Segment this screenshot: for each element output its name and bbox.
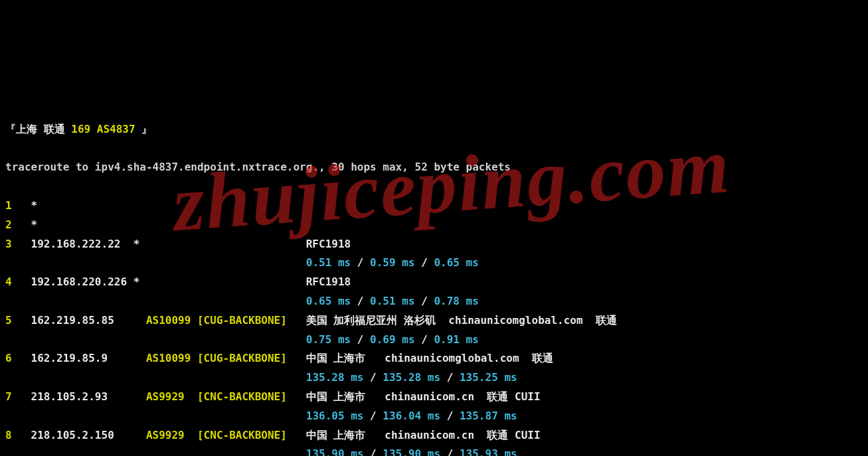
hop-latency: 0.59 ms: [370, 256, 414, 269]
hop-latency: 135.28 ms: [383, 371, 440, 384]
hop-flag: *: [133, 273, 146, 292]
hop-latency: 0.69 ms: [370, 333, 414, 346]
hop-ip: 192.168.222.22: [31, 235, 133, 254]
hop-row: 1 *: [5, 196, 863, 216]
latency-separator: /: [415, 256, 434, 269]
hop-latency: 0.75 ms: [306, 333, 351, 346]
traceroute-command: traceroute to ipv4.sha-4837.endpoint.nxt…: [5, 158, 863, 177]
spacer: [5, 447, 306, 456]
hop-latency: 0.65 ms: [434, 256, 478, 269]
hop-ip: 162.219.85.9: [31, 349, 133, 368]
hop-latency: 0.65 ms: [306, 295, 351, 307]
hop-flag: *: [133, 235, 146, 254]
hop-latency-row: 0.51 ms / 0.59 ms / 0.65 ms: [5, 254, 863, 273]
route-asn: 169 AS4837: [71, 123, 135, 135]
bracket-close: 』: [135, 123, 153, 135]
bracket-open: 『: [5, 123, 16, 135]
latency-separator: /: [351, 256, 370, 269]
hop-latency-row: 0.75 ms / 0.69 ms / 0.91 ms: [5, 331, 863, 350]
hop-number: 5: [5, 311, 18, 331]
hop-description: RFC1918: [306, 238, 351, 250]
hop-latency: 136.05 ms: [306, 410, 364, 422]
hop-latency-row: 136.05 ms / 136.04 ms / 135.87 ms: [5, 407, 863, 426]
hop-latency: 135.93 ms: [460, 447, 517, 456]
hop-latency-row: 135.90 ms / 135.90 ms / 135.93 ms: [5, 445, 863, 456]
latency-separator: /: [440, 410, 460, 422]
hop-ip: 218.105.2.93: [31, 388, 133, 407]
spacer: [5, 371, 306, 384]
latency-separator: /: [363, 410, 383, 422]
hop-asn: AS9929: [146, 388, 197, 407]
hop-ip: 162.219.85.85: [31, 311, 133, 331]
hop-number: 6: [5, 349, 18, 368]
hop-asn: AS9929: [146, 426, 197, 445]
hop-ip: *: [31, 216, 133, 235]
hop-description: RFC1918: [306, 275, 351, 288]
hop-latency: 0.91 ms: [434, 333, 478, 346]
latency-separator: /: [415, 333, 434, 346]
hop-latency: 135.28 ms: [306, 371, 364, 384]
latency-separator: /: [440, 447, 460, 456]
latency-separator: /: [363, 447, 383, 456]
hop-latency-row: 0.65 ms / 0.51 ms / 0.78 ms: [5, 292, 863, 311]
hop-number: 2: [5, 216, 18, 235]
hop-ip: 218.105.2.150: [31, 426, 133, 445]
hop-latency: 135.25 ms: [460, 371, 517, 384]
route-loc: 上海 联通: [16, 123, 65, 135]
hop-row: 7 218.105.2.93AS9929[CNC-BACKBONE]中国 上海市…: [5, 388, 863, 407]
latency-separator: /: [351, 333, 370, 346]
hop-row: 8 218.105.2.150AS9929[CNC-BACKBONE]中国 上海…: [5, 426, 863, 445]
latency-separator: /: [351, 295, 370, 307]
spacer: [5, 410, 306, 422]
hop-latency: 135.90 ms: [306, 447, 364, 456]
hop-description: 美国 加利福尼亚州 洛杉矶 chinaunicomglobal.com 联通: [306, 314, 617, 327]
hop-description: 中国 上海市 chinaunicomglobal.com 联通: [306, 352, 553, 364]
spacer: [5, 295, 306, 307]
hop-row: 3 192.168.222.22*RFC1918: [5, 235, 863, 254]
hop-number: 7: [5, 388, 18, 407]
hop-network: [CUG-BACKBONE]: [197, 349, 306, 368]
hop-latency: 0.78 ms: [434, 295, 478, 307]
hop-row: 2 *: [5, 216, 863, 235]
hop-description: 中国 上海市 chinaunicom.cn 联通 CUII: [306, 390, 541, 403]
latency-separator: /: [415, 295, 434, 307]
hop-number: 1: [5, 196, 18, 216]
spacer: [5, 333, 306, 346]
hop-latency: 136.04 ms: [383, 410, 440, 422]
hop-ip: 192.168.220.226: [31, 273, 133, 292]
hop-row: 6 162.219.85.9AS10099[CUG-BACKBONE]中国 上海…: [5, 349, 863, 368]
hop-network: [CNC-BACKBONE]: [197, 426, 306, 445]
hop-ip: *: [31, 196, 133, 216]
hop-latency: 135.87 ms: [460, 410, 517, 422]
hop-asn: AS10099: [146, 349, 197, 368]
spacer: [5, 256, 306, 269]
route-header: 『上海 联通 169 AS4837 』: [5, 120, 863, 139]
hop-number: 4: [5, 273, 18, 292]
hop-network: [CUG-BACKBONE]: [197, 311, 306, 331]
latency-separator: /: [363, 371, 383, 384]
hop-latency: 135.90 ms: [383, 447, 440, 456]
hop-latency: 0.51 ms: [306, 256, 351, 269]
hop-asn: AS10099: [146, 311, 197, 331]
hop-description: 中国 上海市 chinaunicom.cn 联通 CUII: [306, 429, 541, 441]
hop-number: 3: [5, 235, 18, 254]
hop-row: 5 162.219.85.85AS10099[CUG-BACKBONE]美国 加…: [5, 311, 863, 331]
latency-separator: /: [440, 371, 460, 384]
hop-list: 1 *2 *3 192.168.222.22*RFC1918 0.51 ms /…: [5, 196, 863, 456]
hop-network: [CNC-BACKBONE]: [197, 388, 306, 407]
hop-latency-row: 135.28 ms / 135.28 ms / 135.25 ms: [5, 368, 863, 388]
hop-number: 8: [5, 426, 18, 445]
hop-latency: 0.51 ms: [370, 295, 414, 307]
hop-row: 4 192.168.220.226*RFC1918: [5, 273, 863, 292]
